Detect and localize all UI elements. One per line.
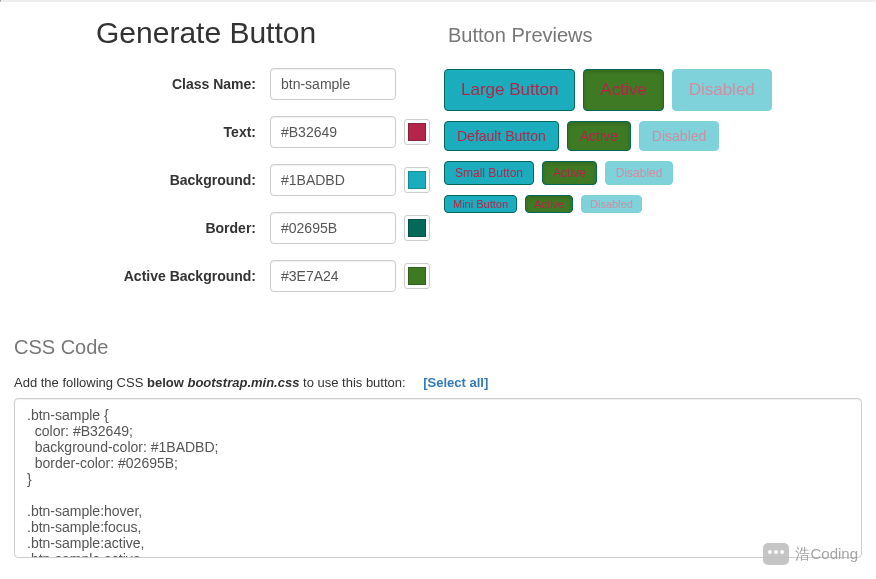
preview-row-mini: Mini Button Active Disabled: [444, 195, 862, 213]
swatch-inner: [408, 171, 426, 189]
swatch-inner: [408, 123, 426, 141]
previews-panel: Button Previews Large Button Active Disa…: [438, 2, 868, 308]
background-color-label: Background:: [14, 172, 270, 188]
css-code-box[interactable]: [14, 398, 862, 558]
preview-default-button[interactable]: Default Button: [444, 121, 559, 151]
preview-row-small: Small Button Active Disabled: [444, 161, 862, 185]
text-color-input[interactable]: [270, 116, 396, 148]
css-instruction: Add the following CSS below bootstrap.mi…: [14, 375, 862, 390]
preview-small-disabled[interactable]: Disabled: [605, 161, 674, 185]
preview-default-active[interactable]: Active: [567, 121, 631, 151]
page-title: Generate Button: [96, 16, 432, 50]
preview-mini-disabled[interactable]: Disabled: [581, 195, 642, 213]
text-color-swatch[interactable]: [404, 119, 430, 145]
generate-form: Generate Button Class Name: Text: Backgr…: [8, 2, 438, 308]
preview-large-disabled[interactable]: Disabled: [672, 69, 772, 111]
border-color-label: Border:: [14, 220, 270, 236]
preview-mini-active[interactable]: Active: [525, 195, 573, 213]
class-name-input[interactable]: [270, 68, 396, 100]
instruction-italic: bootstrap.min.css: [187, 375, 299, 390]
border-color-swatch[interactable]: [404, 215, 430, 241]
watermark: 浩Coding: [763, 543, 858, 565]
preview-large-active[interactable]: Active: [583, 69, 663, 111]
select-all-link[interactable]: [Select all]: [423, 375, 488, 390]
background-color-input[interactable]: [270, 164, 396, 196]
instruction-prefix: Add the following CSS: [14, 375, 147, 390]
preview-small-button[interactable]: Small Button: [444, 161, 534, 185]
instruction-suffix: to use this button:: [299, 375, 405, 390]
text-color-label: Text:: [14, 124, 270, 140]
border-color-input[interactable]: [270, 212, 396, 244]
preview-mini-button[interactable]: Mini Button: [444, 195, 517, 213]
preview-row-default: Default Button Active Disabled: [444, 121, 862, 151]
css-code-heading: CSS Code: [14, 336, 862, 359]
active-bg-swatch[interactable]: [404, 263, 430, 289]
watermark-text: 浩Coding: [795, 545, 858, 564]
preview-small-active[interactable]: Active: [542, 161, 597, 185]
active-bg-label: Active Background:: [14, 268, 270, 284]
instruction-bold: below: [147, 375, 184, 390]
swatch-inner: [408, 219, 426, 237]
preview-row-large: Large Button Active Disabled: [444, 69, 862, 111]
class-name-label: Class Name:: [14, 76, 270, 92]
swatch-inner: [408, 267, 426, 285]
preview-large-button[interactable]: Large Button: [444, 69, 575, 111]
css-code-section: CSS Code Add the following CSS below boo…: [14, 336, 862, 561]
preview-default-disabled[interactable]: Disabled: [639, 121, 719, 151]
background-color-swatch[interactable]: [404, 167, 430, 193]
previews-title: Button Previews: [448, 24, 862, 47]
speech-bubble-icon: [763, 543, 789, 565]
active-bg-input[interactable]: [270, 260, 396, 292]
